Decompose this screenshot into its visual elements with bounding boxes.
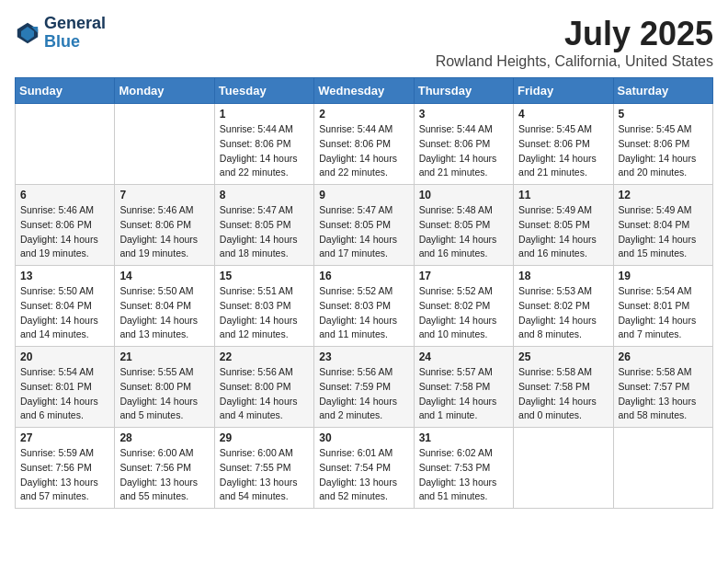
- day-info: Sunrise: 5:49 AM Sunset: 8:04 PM Dayligh…: [619, 203, 708, 261]
- day-number: 25: [518, 350, 608, 363]
- day-header-sunday: Sunday: [16, 78, 115, 104]
- day-header-tuesday: Tuesday: [214, 78, 313, 104]
- calendar-cell: 13Sunrise: 5:50 AM Sunset: 8:04 PM Dayli…: [16, 266, 115, 347]
- calendar-cell: 14Sunrise: 5:50 AM Sunset: 8:04 PM Dayli…: [115, 266, 214, 347]
- calendar-cell: 23Sunrise: 5:56 AM Sunset: 7:59 PM Dayli…: [314, 347, 414, 428]
- calendar-cell: 12Sunrise: 5:49 AM Sunset: 8:04 PM Dayli…: [613, 185, 712, 266]
- calendar-cell: 24Sunrise: 5:57 AM Sunset: 7:58 PM Dayli…: [414, 347, 513, 428]
- day-number: 17: [419, 270, 508, 282]
- calendar-cell: 17Sunrise: 5:52 AM Sunset: 8:02 PM Dayli…: [414, 266, 513, 347]
- day-info: Sunrise: 6:01 AM Sunset: 7:54 PM Dayligh…: [319, 446, 408, 504]
- page-header: General Blue July 2025 Rowland Heights, …: [15, 15, 713, 70]
- day-info: Sunrise: 5:56 AM Sunset: 7:59 PM Dayligh…: [319, 365, 408, 423]
- day-info: Sunrise: 5:46 AM Sunset: 8:06 PM Dayligh…: [119, 203, 209, 261]
- day-info: Sunrise: 5:47 AM Sunset: 8:05 PM Dayligh…: [220, 203, 309, 261]
- calendar-cell: 8Sunrise: 5:47 AM Sunset: 8:05 PM Daylig…: [214, 185, 313, 266]
- day-number: 21: [119, 350, 209, 363]
- day-info: Sunrise: 5:54 AM Sunset: 8:01 PM Dayligh…: [619, 284, 708, 342]
- day-number: 13: [20, 270, 109, 282]
- calendar-cell: 15Sunrise: 5:51 AM Sunset: 8:03 PM Dayli…: [214, 266, 313, 347]
- day-info: Sunrise: 5:58 AM Sunset: 7:58 PM Dayligh…: [518, 365, 608, 423]
- calendar-cell: 7Sunrise: 5:46 AM Sunset: 8:06 PM Daylig…: [115, 185, 214, 266]
- day-info: Sunrise: 6:00 AM Sunset: 7:55 PM Dayligh…: [220, 446, 309, 504]
- calendar-body: 1Sunrise: 5:44 AM Sunset: 8:06 PM Daylig…: [16, 104, 713, 509]
- calendar-cell: 10Sunrise: 5:48 AM Sunset: 8:05 PM Dayli…: [414, 185, 513, 266]
- calendar-cell: 31Sunrise: 6:02 AM Sunset: 7:53 PM Dayli…: [414, 428, 513, 509]
- location-title: Rowland Heights, California, United Stat…: [436, 53, 713, 70]
- calendar-cell: 3Sunrise: 5:44 AM Sunset: 8:06 PM Daylig…: [414, 104, 513, 185]
- calendar-cell: 30Sunrise: 6:01 AM Sunset: 7:54 PM Dayli…: [314, 428, 414, 509]
- day-info: Sunrise: 6:02 AM Sunset: 7:53 PM Dayligh…: [419, 446, 508, 504]
- day-info: Sunrise: 5:44 AM Sunset: 8:06 PM Dayligh…: [319, 122, 408, 180]
- calendar-cell: 6Sunrise: 5:46 AM Sunset: 8:06 PM Daylig…: [16, 185, 115, 266]
- day-info: Sunrise: 5:47 AM Sunset: 8:05 PM Dayligh…: [319, 203, 408, 261]
- day-number: 30: [319, 431, 408, 444]
- calendar-cell: 25Sunrise: 5:58 AM Sunset: 7:58 PM Dayli…: [514, 347, 613, 428]
- day-info: Sunrise: 5:52 AM Sunset: 8:02 PM Dayligh…: [419, 284, 508, 342]
- day-info: Sunrise: 5:45 AM Sunset: 8:06 PM Dayligh…: [518, 122, 608, 180]
- day-number: 19: [619, 270, 708, 282]
- calendar-table: SundayMondayTuesdayWednesdayThursdayFrid…: [15, 77, 713, 509]
- calendar-week-1: 1Sunrise: 5:44 AM Sunset: 8:06 PM Daylig…: [16, 104, 713, 185]
- calendar-cell: 2Sunrise: 5:44 AM Sunset: 8:06 PM Daylig…: [314, 104, 414, 185]
- calendar-cell: [613, 428, 712, 509]
- day-info: Sunrise: 5:52 AM Sunset: 8:03 PM Dayligh…: [319, 284, 408, 342]
- calendar-week-4: 20Sunrise: 5:54 AM Sunset: 8:01 PM Dayli…: [16, 347, 713, 428]
- day-number: 12: [619, 189, 708, 201]
- calendar-cell: 18Sunrise: 5:53 AM Sunset: 8:02 PM Dayli…: [514, 266, 613, 347]
- day-info: Sunrise: 5:55 AM Sunset: 8:00 PM Dayligh…: [119, 365, 209, 423]
- day-header-thursday: Thursday: [414, 78, 513, 104]
- day-header-saturday: Saturday: [613, 78, 712, 104]
- calendar-cell: [16, 104, 115, 185]
- calendar-header-row: SundayMondayTuesdayWednesdayThursdayFrid…: [16, 78, 713, 104]
- day-info: Sunrise: 5:44 AM Sunset: 8:06 PM Dayligh…: [220, 122, 309, 180]
- day-number: 29: [220, 431, 309, 444]
- day-number: 9: [319, 189, 408, 201]
- day-number: 18: [518, 270, 608, 282]
- day-info: Sunrise: 5:44 AM Sunset: 8:06 PM Dayligh…: [419, 122, 508, 180]
- day-info: Sunrise: 5:46 AM Sunset: 8:06 PM Dayligh…: [20, 203, 109, 261]
- calendar-cell: 28Sunrise: 6:00 AM Sunset: 7:56 PM Dayli…: [115, 428, 214, 509]
- day-number: 28: [119, 431, 209, 444]
- day-number: 20: [20, 350, 109, 363]
- calendar-cell: 19Sunrise: 5:54 AM Sunset: 8:01 PM Dayli…: [613, 266, 712, 347]
- calendar-cell: [115, 104, 214, 185]
- calendar-cell: 29Sunrise: 6:00 AM Sunset: 7:55 PM Dayli…: [214, 428, 313, 509]
- calendar-cell: [514, 428, 613, 509]
- day-info: Sunrise: 5:48 AM Sunset: 8:05 PM Dayligh…: [419, 203, 508, 261]
- day-number: 3: [419, 108, 508, 121]
- calendar-cell: 1Sunrise: 5:44 AM Sunset: 8:06 PM Daylig…: [214, 104, 313, 185]
- calendar-week-5: 27Sunrise: 5:59 AM Sunset: 7:56 PM Dayli…: [16, 428, 713, 509]
- day-info: Sunrise: 5:56 AM Sunset: 8:00 PM Dayligh…: [220, 365, 309, 423]
- day-number: 2: [319, 108, 408, 121]
- day-number: 6: [20, 189, 109, 201]
- day-number: 4: [518, 108, 608, 121]
- logo: General Blue: [15, 15, 106, 52]
- month-title: July 2025: [436, 15, 713, 53]
- day-number: 7: [119, 189, 209, 201]
- day-info: Sunrise: 5:50 AM Sunset: 8:04 PM Dayligh…: [20, 284, 109, 342]
- day-info: Sunrise: 5:50 AM Sunset: 8:04 PM Dayligh…: [119, 284, 209, 342]
- day-info: Sunrise: 5:51 AM Sunset: 8:03 PM Dayligh…: [220, 284, 309, 342]
- calendar-cell: 16Sunrise: 5:52 AM Sunset: 8:03 PM Dayli…: [314, 266, 414, 347]
- day-number: 27: [20, 431, 109, 444]
- calendar-week-2: 6Sunrise: 5:46 AM Sunset: 8:06 PM Daylig…: [16, 185, 713, 266]
- calendar-cell: 27Sunrise: 5:59 AM Sunset: 7:56 PM Dayli…: [16, 428, 115, 509]
- day-info: Sunrise: 6:00 AM Sunset: 7:56 PM Dayligh…: [119, 446, 209, 504]
- calendar-cell: 5Sunrise: 5:45 AM Sunset: 8:06 PM Daylig…: [613, 104, 712, 185]
- day-number: 14: [119, 270, 209, 282]
- calendar-cell: 26Sunrise: 5:58 AM Sunset: 7:57 PM Dayli…: [613, 347, 712, 428]
- day-info: Sunrise: 5:57 AM Sunset: 7:58 PM Dayligh…: [419, 365, 508, 423]
- day-number: 5: [619, 108, 708, 121]
- day-number: 23: [319, 350, 408, 363]
- day-number: 26: [619, 350, 708, 363]
- title-block: July 2025 Rowland Heights, California, U…: [436, 15, 713, 70]
- day-header-friday: Friday: [514, 78, 613, 104]
- day-info: Sunrise: 5:58 AM Sunset: 7:57 PM Dayligh…: [619, 365, 708, 423]
- day-number: 24: [419, 350, 508, 363]
- day-number: 15: [220, 270, 309, 282]
- day-header-monday: Monday: [115, 78, 214, 104]
- day-number: 10: [419, 189, 508, 201]
- day-info: Sunrise: 5:53 AM Sunset: 8:02 PM Dayligh…: [518, 284, 608, 342]
- calendar-cell: 4Sunrise: 5:45 AM Sunset: 8:06 PM Daylig…: [514, 104, 613, 185]
